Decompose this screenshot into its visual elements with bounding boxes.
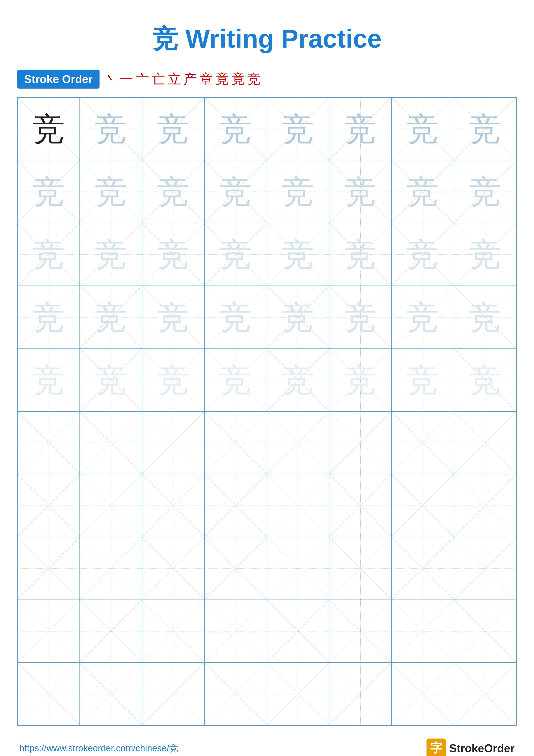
- grid-cell-empty[interactable]: [142, 600, 205, 662]
- grid-cell-empty[interactable]: [142, 412, 205, 474]
- grid-cell[interactable]: 竞: [18, 97, 80, 160]
- grid-cell[interactable]: 竞: [329, 286, 392, 348]
- grid-cell[interactable]: 竞: [454, 160, 516, 223]
- grid-cell[interactable]: 竞: [329, 349, 392, 411]
- stroke-2: 一: [120, 70, 133, 88]
- character-display: 竞: [219, 238, 252, 270]
- grid-cell[interactable]: 竞: [329, 160, 392, 223]
- grid-cell-empty[interactable]: [329, 663, 392, 725]
- character-display: 竞: [95, 113, 127, 145]
- grid-cell[interactable]: 竞: [142, 160, 205, 223]
- grid-cell-empty[interactable]: [205, 412, 267, 474]
- grid-cell[interactable]: 竞: [205, 160, 267, 223]
- grid-cell-empty[interactable]: [267, 412, 329, 474]
- grid-cell-empty[interactable]: [267, 663, 329, 725]
- grid-cell-empty[interactable]: [142, 537, 205, 600]
- character-display: 竞: [157, 238, 189, 270]
- grid-cell[interactable]: 竞: [392, 349, 454, 411]
- grid-cell-empty[interactable]: [454, 663, 516, 725]
- grid-cell-empty[interactable]: [267, 474, 329, 537]
- grid-cell[interactable]: 竞: [454, 349, 516, 411]
- grid-cell[interactable]: 竞: [142, 97, 205, 160]
- grid-cell-empty[interactable]: [80, 600, 142, 662]
- grid-cell-empty[interactable]: [205, 537, 267, 600]
- grid-cell-empty[interactable]: [142, 663, 205, 725]
- grid-cell[interactable]: 竞: [267, 349, 329, 411]
- character-display: 竞: [344, 301, 376, 334]
- grid-cell-empty[interactable]: [18, 663, 80, 725]
- stroke-3: 亠: [136, 70, 149, 88]
- grid-cell[interactable]: 竞: [267, 223, 329, 285]
- grid-cell[interactable]: 竞: [18, 349, 80, 411]
- grid-cell-empty[interactable]: [392, 663, 454, 725]
- grid-cell-empty[interactable]: [329, 474, 392, 537]
- stroke-4: 亡: [152, 70, 165, 88]
- grid-cell-empty[interactable]: [18, 600, 80, 662]
- grid-cell[interactable]: 竞: [205, 223, 267, 285]
- grid-cell-empty[interactable]: [454, 537, 516, 600]
- grid-cell[interactable]: 竞: [267, 286, 329, 348]
- character-display: 竞: [469, 301, 501, 334]
- grid-cell-empty[interactable]: [18, 474, 80, 537]
- grid-cell-empty[interactable]: [329, 600, 392, 662]
- grid-cell-empty[interactable]: [205, 663, 267, 725]
- grid-cell-empty[interactable]: [205, 474, 267, 537]
- grid-cell[interactable]: 竞: [18, 286, 80, 348]
- grid-cell-empty[interactable]: [18, 537, 80, 600]
- grid-cell-empty[interactable]: [454, 474, 516, 537]
- grid-cell[interactable]: 竞: [392, 97, 454, 160]
- grid-cell[interactable]: 竞: [329, 97, 392, 160]
- grid-cell-empty[interactable]: [454, 600, 516, 662]
- grid-cell-empty[interactable]: [329, 537, 392, 600]
- grid-cell[interactable]: 竞: [80, 349, 142, 411]
- grid-cell[interactable]: 竞: [80, 286, 142, 348]
- grid-row-empty: [18, 600, 516, 663]
- grid-cell-empty[interactable]: [267, 600, 329, 662]
- grid-cell-empty[interactable]: [18, 412, 80, 474]
- grid-cell[interactable]: 竞: [18, 223, 80, 285]
- grid-cell[interactable]: 竞: [329, 223, 392, 285]
- grid-cell-empty[interactable]: [80, 474, 142, 537]
- stroke-order-row: Stroke Order 丶 一 亠 亡 立 产 章 竟 竟 竞: [17, 69, 517, 89]
- grid-cell[interactable]: 竞: [454, 97, 516, 160]
- grid-cell-empty[interactable]: [454, 412, 516, 474]
- grid-cell[interactable]: 竞: [18, 160, 80, 223]
- grid-cell[interactable]: 竞: [205, 349, 267, 411]
- grid-cell[interactable]: 竞: [392, 160, 454, 223]
- character-display: 竞: [344, 113, 376, 145]
- character-display: 竞: [469, 364, 501, 396]
- grid-cell[interactable]: 竞: [267, 97, 329, 160]
- grid-cell[interactable]: 竞: [454, 286, 516, 348]
- logo-char: 字: [430, 740, 442, 756]
- character-display: 竞: [219, 113, 252, 145]
- grid-cell-empty[interactable]: [329, 412, 392, 474]
- grid-cell-empty[interactable]: [80, 663, 142, 725]
- grid-cell-empty[interactable]: [80, 537, 142, 600]
- grid-cell-empty[interactable]: [392, 600, 454, 662]
- grid-cell-empty[interactable]: [142, 474, 205, 537]
- grid-cell[interactable]: 竞: [205, 286, 267, 348]
- grid-cell[interactable]: 竞: [205, 97, 267, 160]
- grid-cell-empty[interactable]: [392, 537, 454, 600]
- footer-logo-icon: 字: [426, 739, 446, 756]
- grid-cell-empty[interactable]: [205, 600, 267, 662]
- footer: https://www.strokeorder.com/chinese/竞 字 …: [17, 739, 517, 756]
- character-display: 竞: [95, 176, 127, 208]
- grid-cell[interactable]: 竞: [454, 223, 516, 285]
- grid-cell[interactable]: 竞: [142, 286, 205, 348]
- character-display: 竞: [33, 238, 65, 270]
- grid-cell[interactable]: 竞: [142, 349, 205, 411]
- grid-cell[interactable]: 竞: [142, 223, 205, 285]
- character-display: 竞: [33, 113, 65, 145]
- grid-cell[interactable]: 竞: [80, 223, 142, 285]
- grid-cell-empty[interactable]: [267, 537, 329, 600]
- grid-cell[interactable]: 竞: [392, 223, 454, 285]
- grid-cell-empty[interactable]: [392, 412, 454, 474]
- grid-cell-empty[interactable]: [80, 412, 142, 474]
- grid-cell-empty[interactable]: [392, 474, 454, 537]
- grid-cell[interactable]: 竞: [392, 286, 454, 348]
- grid-cell[interactable]: 竞: [267, 160, 329, 223]
- footer-url[interactable]: https://www.strokeorder.com/chinese/竞: [19, 742, 178, 754]
- grid-cell[interactable]: 竞: [80, 97, 142, 160]
- grid-cell[interactable]: 竞: [80, 160, 142, 223]
